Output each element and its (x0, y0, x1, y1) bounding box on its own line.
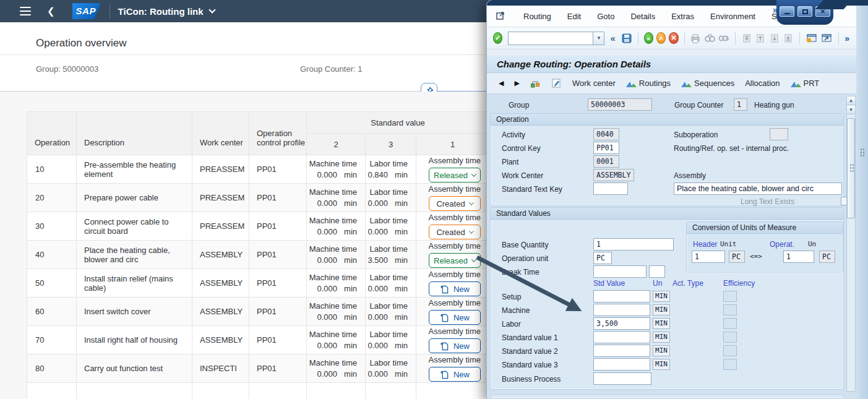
group-counter-field[interactable]: 1 (734, 98, 747, 111)
previous-page-icon[interactable] (755, 32, 766, 45)
standard-value-2-efficiency-field[interactable] (723, 345, 737, 356)
app-title[interactable]: TiCon: Routing link (118, 6, 204, 17)
hamburger-menu-icon[interactable] (20, 7, 31, 15)
toolbar-overflow-icon[interactable]: » (844, 33, 849, 43)
print-icon[interactable] (690, 32, 701, 45)
table-row[interactable]: 20Prepare power cablePREASSEMPP01Machine… (27, 184, 489, 212)
command-dropdown-icon[interactable]: ▼ (593, 32, 604, 45)
setup-efficiency-field[interactable] (723, 291, 737, 302)
standard-value-1-efficiency-field[interactable] (723, 332, 737, 343)
col-header-1[interactable]: 1 (416, 134, 489, 155)
scrollbar-thumb[interactable] (847, 118, 855, 218)
labor-unit-field[interactable]: MIN (653, 318, 670, 329)
standard-value-2-unit-field[interactable]: MIN (653, 345, 670, 356)
work-center-button[interactable]: Work center (569, 77, 619, 90)
control-key-field[interactable] (593, 142, 619, 154)
menu-item-details[interactable]: Details (622, 9, 663, 24)
standard-text-key-field[interactable] (593, 182, 628, 195)
standard-value-2-std-value-input[interactable] (593, 345, 650, 357)
save-icon[interactable] (621, 32, 632, 45)
labor-std-value-input[interactable] (593, 317, 650, 330)
menu-item-extras[interactable]: Extras (663, 9, 702, 24)
new-session-icon[interactable] (805, 32, 817, 45)
table-row[interactable]: 40Place the heating cable, blower and ci… (27, 241, 489, 269)
menu-item-edit[interactable]: Edit (559, 9, 589, 24)
table-row[interactable]: 30Connect power cable to circuit boardPR… (27, 212, 489, 241)
prt-button[interactable]: PRT (788, 77, 823, 90)
long-text-icon[interactable] (548, 76, 565, 90)
menu-item-goto[interactable]: Goto (589, 9, 622, 24)
standard-value-3-efficiency-field[interactable] (723, 359, 737, 370)
status-button-created[interactable]: Created (429, 225, 481, 239)
scroll-down-icon[interactable]: ▼ (847, 106, 855, 114)
status-button-released[interactable]: Released (429, 253, 481, 268)
status-button-new[interactable]: New (429, 367, 481, 382)
break-time-unit-field[interactable] (649, 265, 665, 278)
base-quantity-field[interactable] (593, 238, 674, 251)
menu-item-routing[interactable]: Routing (515, 9, 559, 24)
conversion-header-qty-field[interactable] (692, 251, 725, 263)
enter-icon[interactable]: ✓ (493, 32, 502, 44)
standard-value-3-std-value-input[interactable] (593, 358, 650, 371)
col-header-description[interactable]: Description (77, 112, 192, 155)
resize-grip[interactable] (860, 148, 865, 158)
back-icon[interactable]: ❮ (47, 6, 55, 17)
col-header-2[interactable]: 2 (307, 134, 366, 155)
standard-value-3-unit-field[interactable]: MIN (653, 359, 670, 370)
machine-unit-field[interactable]: MIN (653, 304, 670, 315)
break-time-field[interactable] (593, 265, 647, 278)
labor-efficiency-field[interactable] (723, 318, 737, 329)
exit-icon[interactable]: ˄ (656, 32, 666, 44)
scroll-up-icon[interactable]: ▲ (847, 97, 855, 105)
allocation-button[interactable]: Allocation (742, 77, 783, 90)
next-page-icon[interactable] (769, 32, 780, 45)
suboperation-field[interactable] (770, 128, 788, 140)
cancel-icon[interactable]: ✕ (669, 32, 678, 44)
setup-std-value-input[interactable] (593, 290, 650, 302)
operation-unit-field[interactable] (593, 252, 612, 264)
overview-hierarchy-icon[interactable] (527, 77, 544, 90)
system-menu-icon[interactable] (496, 11, 508, 21)
vertical-scrollbar[interactable]: ▲ ▼ (846, 96, 856, 392)
find-icon[interactable] (704, 32, 715, 45)
next-operation-icon[interactable]: ▶ (511, 77, 522, 89)
business-process-field[interactable] (593, 372, 651, 385)
col-header-work-center[interactable]: Work center (192, 112, 249, 155)
table-row[interactable]: 10Pre-assemble the heating elementPREASS… (27, 155, 489, 184)
group-field[interactable]: 50000003 (588, 98, 652, 111)
create-shortcut-icon[interactable] (820, 32, 833, 45)
conversion-operat-qty-field[interactable] (783, 251, 814, 263)
table-row[interactable]: 80Carry out function testINSPECTIPP01Mac… (27, 354, 489, 383)
status-button-released[interactable]: Released (429, 168, 481, 182)
status-button-new[interactable]: New (429, 310, 481, 325)
command-field[interactable] (508, 32, 593, 45)
collapse-toolbar-icon[interactable]: « (610, 33, 615, 43)
work-center-field[interactable]: ASSEMBLY (593, 169, 634, 181)
back-icon[interactable]: « (644, 32, 653, 44)
maximize-button[interactable] (797, 6, 812, 17)
standard-value-1-unit-field[interactable]: MIN (653, 332, 670, 343)
conversion-operat-unit-field[interactable]: PC (819, 251, 835, 263)
conversion-header-unit-field[interactable]: PC (729, 251, 745, 263)
col-header-3[interactable]: 3 (366, 134, 416, 155)
sequences-button[interactable]: Sequences (678, 77, 737, 90)
close-button[interactable]: ✕ (815, 6, 830, 17)
minimize-button[interactable] (780, 6, 794, 17)
find-next-icon[interactable] (718, 32, 729, 45)
setup-unit-field[interactable]: MIN (653, 291, 670, 302)
machine-std-value-input[interactable] (593, 304, 650, 316)
col-header-control-profile[interactable]: Operation control profile (249, 112, 307, 155)
col-header-operation[interactable]: Operation (27, 112, 77, 155)
machine-efficiency-field[interactable] (723, 304, 737, 315)
plant-field[interactable]: 0001 (593, 155, 619, 168)
chevron-down-icon[interactable] (208, 6, 215, 13)
table-row[interactable]: 50Install strain relief (mains cable)ASS… (27, 269, 489, 298)
table-row[interactable]: 70Install right half of housingASSEMBLYP… (27, 326, 489, 354)
standard-value-1-std-value-input[interactable] (593, 331, 650, 343)
table-row[interactable]: 60Insert switch coverASSEMBLYPP01Machine… (27, 298, 489, 326)
previous-operation-icon[interactable]: ◀ (496, 77, 507, 89)
menu-item-environment[interactable]: Environment (702, 9, 763, 24)
activity-field[interactable]: 0040 (593, 128, 619, 140)
first-page-icon[interactable] (741, 32, 752, 45)
last-page-icon[interactable] (783, 32, 793, 45)
